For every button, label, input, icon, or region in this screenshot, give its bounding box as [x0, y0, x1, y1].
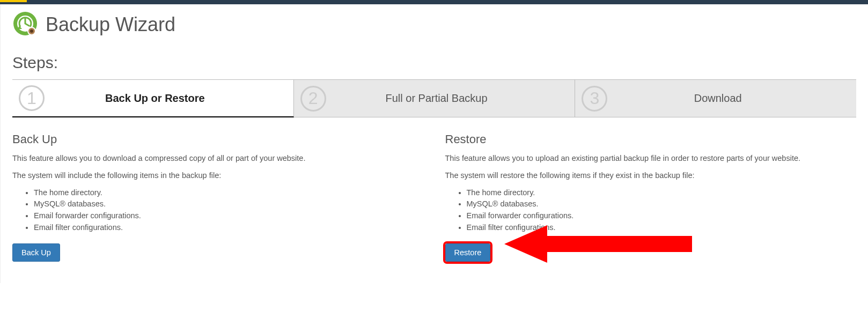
- restore-section: Restore This feature allows you to uploa…: [445, 132, 857, 262]
- svg-point-4: [30, 29, 33, 33]
- restore-description: This feature allows you to upload an exi…: [445, 153, 857, 165]
- step-number-icon: 1: [19, 85, 45, 111]
- list-item: The home directory.: [34, 187, 424, 199]
- backup-subdescription: The system will include the following it…: [12, 170, 424, 182]
- list-item: Email filter configurations.: [467, 222, 857, 234]
- list-item: Email forwarder configurations.: [34, 210, 424, 222]
- list-item: MySQL® databases.: [467, 198, 857, 210]
- restore-button[interactable]: Restore: [445, 243, 491, 262]
- step-1-backup-or-restore[interactable]: 1 Back Up or Restore: [12, 80, 294, 117]
- step-label: Download: [612, 92, 850, 105]
- backup-items-list: The home directory. MySQL® databases. Em…: [12, 187, 424, 234]
- window-topbar: [0, 0, 868, 4]
- list-item: The home directory.: [467, 187, 857, 199]
- step-3-download[interactable]: 3 Download: [575, 80, 856, 117]
- page-title: Backup Wizard: [46, 13, 175, 36]
- restore-heading: Restore: [445, 132, 857, 146]
- backup-section: Back Up This feature allows you to downl…: [12, 132, 424, 262]
- backup-description: This feature allows you to download a co…: [12, 153, 424, 165]
- backup-wizard-icon: [12, 11, 38, 39]
- list-item: MySQL® databases.: [34, 198, 424, 210]
- list-item: Email forwarder configurations.: [467, 210, 857, 222]
- step-label: Back Up or Restore: [49, 92, 287, 105]
- steps-heading: Steps:: [12, 54, 856, 72]
- step-number-icon: 3: [582, 86, 607, 112]
- list-item: Email filter configurations.: [34, 222, 424, 234]
- step-2-full-or-partial[interactable]: 2 Full or Partial Backup: [294, 80, 576, 117]
- steps-bar: 1 Back Up or Restore 2 Full or Partial B…: [12, 79, 856, 117]
- backup-button[interactable]: Back Up: [12, 243, 60, 262]
- step-label: Full or Partial Backup: [330, 92, 569, 105]
- backup-heading: Back Up: [12, 132, 424, 146]
- page-header: Backup Wizard: [12, 11, 856, 39]
- restore-subdescription: The system will restore the following it…: [445, 170, 857, 182]
- restore-items-list: The home directory. MySQL® databases. Em…: [445, 187, 857, 234]
- step-number-icon: 2: [300, 86, 326, 112]
